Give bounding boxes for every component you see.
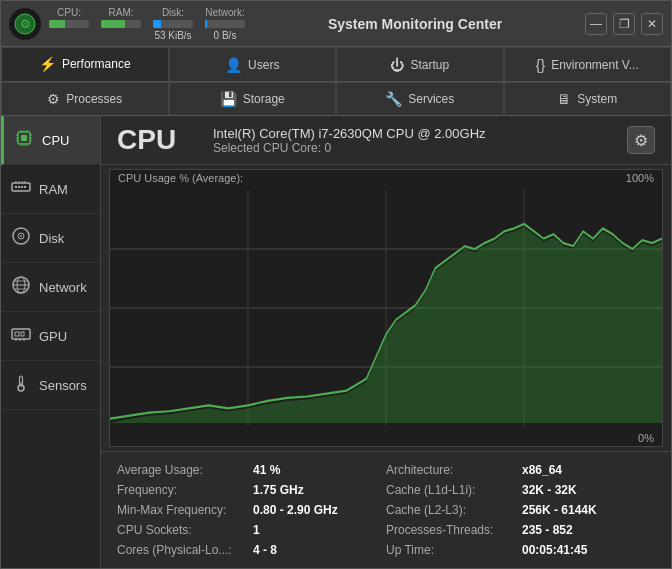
gpu-sidebar-icon: [11, 324, 31, 348]
svg-text:⚙: ⚙: [20, 17, 31, 31]
stat-l1-cache: Cache (L1d-L1i): 32K - 32K: [386, 480, 655, 500]
stats-left: Average Usage: 41 % Frequency: 1.75 GHz …: [117, 460, 386, 560]
cpu-chart: CPU Usage % (Average): 100% 0%: [109, 169, 663, 447]
titlebar-stats: CPU: RAM: Disk: 53 KiB/s Network: 0 B/s: [49, 7, 245, 41]
svg-rect-20: [24, 186, 26, 188]
cpu-stats-grid: Average Usage: 41 % Frequency: 1.75 GHz …: [101, 451, 671, 568]
main-window: ⚙ CPU: RAM: Disk: 53 KiB/s Network: 0 B/…: [0, 0, 672, 569]
environment-icon: {}: [536, 57, 545, 73]
sidebar-item-sensors-label: Sensors: [39, 378, 87, 393]
disk-stat: Disk: 53 KiB/s: [153, 7, 193, 41]
sidebar-item-ram[interactable]: RAM: [1, 165, 100, 214]
main-content: CPU RAM: [1, 116, 671, 568]
window-controls: — ❐ ✕: [585, 13, 663, 35]
cpu-sidebar-icon: [14, 128, 34, 152]
sidebar-item-network[interactable]: Network: [1, 263, 100, 312]
sidebar: CPU RAM: [1, 116, 101, 568]
stat-l2-l3-cache: Cache (L2-L3): 256K - 6144K: [386, 500, 655, 520]
svg-point-27: [20, 235, 22, 237]
sidebar-item-cpu-label: CPU: [42, 133, 69, 148]
svg-rect-18: [18, 186, 20, 188]
svg-rect-3: [21, 135, 27, 141]
nav-tabs-bottom: ⚙ Processes 💾 Storage 🔧 Services 🖥 Syste…: [1, 82, 671, 116]
chart-y-min: 0%: [638, 432, 654, 444]
stat-uptime: Up Time: 00:05:41:45: [386, 540, 655, 560]
sidebar-item-gpu-label: GPU: [39, 329, 67, 344]
startup-icon: ⏻: [390, 57, 404, 73]
users-icon: 👤: [225, 57, 242, 73]
cpu-content-panel: CPU Intel(R) Core(TM) i7-2630QM CPU @ 2.…: [101, 116, 671, 568]
stat-frequency: Frequency: 1.75 GHz: [117, 480, 386, 500]
system-icon: 🖥: [557, 91, 571, 107]
stat-cores: Cores (Physical-Lo...: 4 - 8: [117, 540, 386, 560]
minimize-button[interactable]: —: [585, 13, 607, 35]
nav-tabs-top: ⚡ Performance 👤 Users ⏻ Startup {} Envir…: [1, 47, 671, 82]
app-icon: ⚙: [9, 8, 41, 40]
window-title: System Monitoring Center: [245, 16, 585, 32]
stat-avg-usage: Average Usage: 41 %: [117, 460, 386, 480]
stat-min-max-freq: Min-Max Frequency: 0.80 - 2.90 GHz: [117, 500, 386, 520]
svg-rect-34: [15, 332, 19, 336]
performance-icon: ⚡: [39, 56, 56, 72]
cpu-core: Selected CPU Core: 0: [213, 141, 611, 155]
sidebar-item-disk[interactable]: Disk: [1, 214, 100, 263]
close-button[interactable]: ✕: [641, 13, 663, 35]
network-sidebar-icon: [11, 275, 31, 299]
sidebar-item-ram-label: RAM: [39, 182, 68, 197]
svg-rect-41: [21, 382, 22, 387]
stat-processes-threads: Processes-Threads: 235 - 852: [386, 520, 655, 540]
svg-rect-17: [15, 186, 17, 188]
stat-sockets: CPU Sockets: 1: [117, 520, 386, 540]
tab-performance[interactable]: ⚡ Performance: [1, 47, 169, 81]
tab-processes[interactable]: ⚙ Processes: [1, 82, 169, 115]
sensors-sidebar-icon: [11, 373, 31, 397]
cpu-header: CPU Intel(R) Core(TM) i7-2630QM CPU @ 2.…: [101, 116, 671, 165]
tab-users[interactable]: 👤 Users: [169, 47, 337, 81]
sidebar-item-gpu[interactable]: GPU: [1, 312, 100, 361]
network-stat: Network: 0 B/s: [205, 7, 245, 41]
tab-services[interactable]: 🔧 Services: [336, 82, 504, 115]
tab-startup[interactable]: ⏻ Startup: [336, 47, 504, 81]
sidebar-item-network-label: Network: [39, 280, 87, 295]
cpu-panel-title: CPU: [117, 124, 197, 156]
maximize-button[interactable]: ❐: [613, 13, 635, 35]
sidebar-item-sensors[interactable]: Sensors: [1, 361, 100, 410]
tab-storage[interactable]: 💾 Storage: [169, 82, 337, 115]
ram-stat: RAM:: [101, 7, 141, 41]
chart-y-max: 100%: [626, 172, 654, 184]
cpu-info: Intel(R) Core(TM) i7-2630QM CPU @ 2.00GH…: [213, 126, 611, 155]
cpu-chart-svg: [110, 190, 662, 426]
stats-right: Architecture: x86_64 Cache (L1d-L1i): 32…: [386, 460, 655, 560]
tab-environment[interactable]: {} Environment V...: [504, 47, 672, 81]
stat-architecture: Architecture: x86_64: [386, 460, 655, 480]
svg-rect-19: [21, 186, 23, 188]
tab-system[interactable]: 🖥 System: [504, 82, 672, 115]
settings-button[interactable]: ⚙: [627, 126, 655, 154]
storage-icon: 💾: [220, 91, 237, 107]
sidebar-item-disk-label: Disk: [39, 231, 64, 246]
chart-y-label: CPU Usage % (Average):: [118, 172, 243, 184]
svg-rect-35: [21, 332, 24, 336]
cpu-stat: CPU:: [49, 7, 89, 41]
processes-icon: ⚙: [47, 91, 60, 107]
cpu-model: Intel(R) Core(TM) i7-2630QM CPU @ 2.00GH…: [213, 126, 611, 141]
titlebar: ⚙ CPU: RAM: Disk: 53 KiB/s Network: 0 B/…: [1, 1, 671, 47]
services-icon: 🔧: [385, 91, 402, 107]
disk-sidebar-icon: [11, 226, 31, 250]
sidebar-item-cpu[interactable]: CPU: [1, 116, 100, 165]
ram-sidebar-icon: [11, 177, 31, 201]
chart-header: CPU Usage % (Average): 100%: [110, 170, 662, 186]
